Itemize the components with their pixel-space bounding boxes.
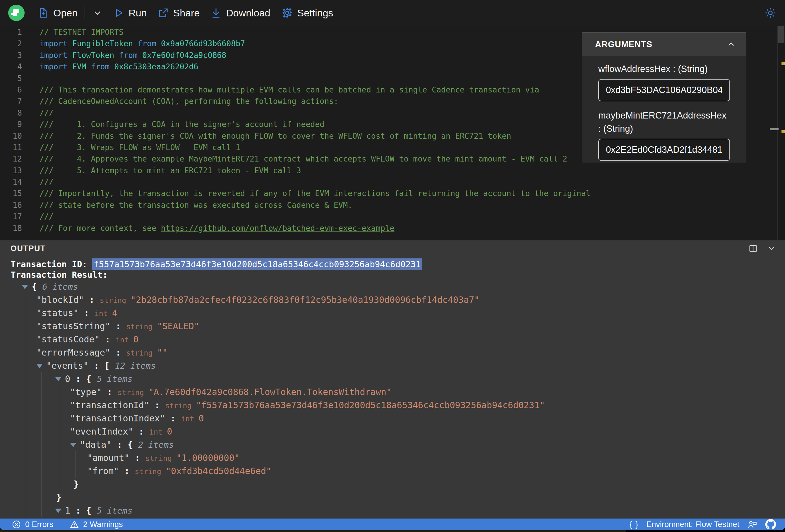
code-line[interactable]: 14/// bbox=[0, 176, 785, 187]
json-tree-row: "errorMessage" : string "" bbox=[10, 346, 785, 359]
settings-gear-icon bbox=[281, 7, 293, 19]
transaction-result-label: Transaction Result: bbox=[10, 270, 108, 280]
expand-triangle-icon[interactable] bbox=[55, 377, 61, 381]
open-file-icon bbox=[37, 7, 49, 19]
json-tree-row: "from" : string "0xfd3b4cd50d44e6ed" bbox=[10, 464, 785, 478]
share-button-label: Share bbox=[173, 7, 200, 19]
json-tree-row[interactable]: 0 : { 5 items bbox=[10, 372, 785, 385]
json-tree-row: "amount" : string "1.00000000" bbox=[10, 451, 785, 464]
app-window: Open Run Share Download Setti bbox=[0, 0, 785, 530]
indent-guide bbox=[60, 385, 60, 491]
chevron-up-icon[interactable] bbox=[726, 39, 736, 49]
errors-status[interactable]: 0 Errors bbox=[12, 520, 53, 529]
expand-triangle-icon[interactable] bbox=[36, 364, 43, 368]
line-number: 15 bbox=[0, 187, 22, 199]
line-number: 17 bbox=[0, 211, 22, 222]
transaction-result-line: Transaction Result: bbox=[10, 270, 785, 280]
download-button[interactable]: Download bbox=[205, 3, 275, 22]
line-number: 3 bbox=[0, 49, 22, 61]
code-line[interactable]: 18/// For more context, see https://gith… bbox=[0, 222, 785, 234]
download-icon bbox=[210, 7, 222, 19]
warning-mark bbox=[782, 62, 785, 65]
argument-label-wflow: wflowAddressHex : (String) bbox=[598, 62, 730, 76]
argument-label-maybemint: maybeMintERC721AddressHex : (String) bbox=[598, 109, 730, 135]
arguments-title: ARGUMENTS bbox=[595, 40, 652, 49]
json-tree-row[interactable]: 1 : { 5 items bbox=[10, 504, 785, 517]
code-line[interactable]: 17/// bbox=[0, 211, 785, 222]
json-tree-row: "status" : int 4 bbox=[10, 306, 785, 320]
github-icon[interactable] bbox=[765, 519, 776, 530]
json-result-tree: { 6 items"blockId" : string "2b28cbfb87d… bbox=[10, 280, 785, 518]
argument-input-wflow[interactable] bbox=[598, 79, 730, 101]
status-bar: 0 Errors 2 Warnings { } Environment: Flo… bbox=[0, 518, 785, 530]
output-title: OUTPUT bbox=[10, 244, 46, 253]
transaction-id-value[interactable]: f557a1573b76aa53e73d46f3e10d200d5c18a653… bbox=[92, 258, 422, 270]
run-play-icon bbox=[113, 7, 124, 19]
expand-triangle-icon[interactable] bbox=[22, 285, 28, 289]
overview-marker bbox=[770, 128, 779, 130]
transaction-id-label: Transaction ID: bbox=[10, 259, 92, 269]
chevron-down-icon bbox=[92, 8, 103, 18]
line-number: 8 bbox=[0, 107, 22, 119]
warning-mark bbox=[782, 130, 785, 133]
line-number: 14 bbox=[0, 176, 22, 187]
environment-label[interactable]: Environment: Flow Testnet bbox=[646, 520, 739, 529]
run-button-label: Run bbox=[128, 7, 147, 19]
line-number: 7 bbox=[0, 95, 22, 107]
open-dropdown-button[interactable] bbox=[87, 3, 108, 22]
download-button-label: Download bbox=[226, 7, 270, 19]
json-tree-row: } bbox=[10, 478, 785, 491]
output-panel: OUTPUT Transaction ID: f557a1573b76aa53e… bbox=[0, 240, 785, 518]
run-button[interactable]: Run bbox=[108, 3, 152, 22]
settings-button[interactable]: Settings bbox=[276, 3, 339, 22]
transaction-id-line: Transaction ID: f557a1573b76aa53e73d46f3… bbox=[10, 259, 785, 270]
warnings-status[interactable]: 2 Warnings bbox=[70, 520, 123, 529]
line-number: 2 bbox=[0, 38, 22, 49]
open-button[interactable]: Open bbox=[32, 3, 83, 22]
scrollbar-thumb[interactable] bbox=[778, 26, 784, 43]
flow-logo-icon bbox=[8, 5, 25, 21]
braces-icon: { } bbox=[630, 520, 639, 529]
json-tree-row[interactable]: { 6 items bbox=[10, 280, 785, 293]
open-button-label: Open bbox=[53, 7, 78, 19]
json-tree-row: "type" : string "A.7e60df042a9c0868.Flow… bbox=[10, 385, 785, 399]
arguments-panel: ARGUMENTS wflowAddressHex : (String) may… bbox=[582, 32, 746, 163]
toolbar-divider bbox=[84, 6, 85, 20]
indent-guide bbox=[75, 451, 76, 478]
theme-sun-icon[interactable] bbox=[764, 6, 777, 19]
json-tree-row[interactable]: "data" : { 2 items bbox=[10, 438, 785, 451]
line-number: 4 bbox=[0, 61, 22, 72]
collapse-output-chevron-icon[interactable] bbox=[767, 244, 776, 253]
line-number: 13 bbox=[0, 165, 22, 176]
json-tree-row: "eventIndex" : int 0 bbox=[10, 425, 785, 438]
line-number: 1 bbox=[0, 26, 22, 38]
json-tree-row: "blockId" : string "2b28cbfb87da2cfec4f0… bbox=[10, 293, 785, 306]
code-line[interactable]: 16/// state before the transaction was e… bbox=[0, 199, 785, 211]
arguments-body: wflowAddressHex : (String) maybeMintERC7… bbox=[582, 56, 746, 169]
editor-scrollbar[interactable] bbox=[777, 26, 785, 240]
line-number: 5 bbox=[0, 73, 22, 84]
expand-triangle-icon[interactable] bbox=[55, 509, 61, 513]
output-header: OUTPUT bbox=[0, 240, 785, 257]
line-number: 11 bbox=[0, 142, 22, 153]
split-view-icon[interactable] bbox=[748, 244, 758, 253]
feedback-person-icon[interactable] bbox=[747, 519, 758, 530]
json-tree-row: "statusString" : string "SEALED" bbox=[10, 320, 785, 333]
share-button[interactable]: Share bbox=[152, 3, 205, 22]
indent-guide bbox=[41, 372, 42, 517]
line-number: 18 bbox=[0, 222, 22, 234]
line-number: 16 bbox=[0, 199, 22, 211]
json-tree-row: "statusCode" : int 0 bbox=[10, 333, 785, 346]
output-content: Transaction ID: f557a1573b76aa53e73d46f3… bbox=[0, 259, 785, 518]
warning-triangle-icon bbox=[70, 520, 79, 529]
warnings-label: 2 Warnings bbox=[83, 520, 123, 529]
json-tree-row[interactable]: "events" : [ 12 items bbox=[10, 359, 785, 372]
settings-button-label: Settings bbox=[297, 7, 333, 19]
json-tree-row: "transactionIndex" : int 0 bbox=[10, 412, 785, 425]
argument-input-maybemint[interactable] bbox=[598, 139, 730, 161]
line-number: 6 bbox=[0, 84, 22, 95]
arguments-header[interactable]: ARGUMENTS bbox=[582, 32, 746, 56]
expand-triangle-icon[interactable] bbox=[70, 443, 76, 447]
code-line[interactable]: 15/// Importantly, the transaction is re… bbox=[0, 187, 785, 199]
line-number: 12 bbox=[0, 153, 22, 164]
